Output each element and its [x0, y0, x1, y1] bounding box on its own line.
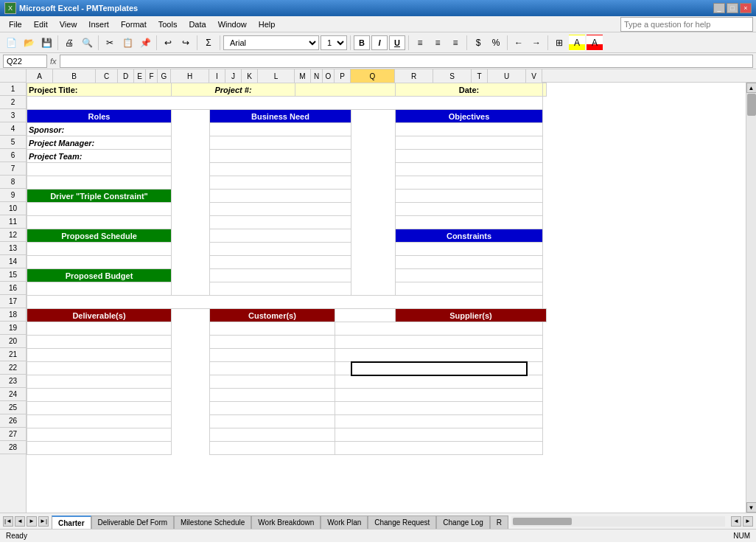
font-color-button[interactable]: A — [587, 35, 603, 51]
row-header-22[interactable]: 22 — [0, 361, 26, 375]
col-header-V[interactable]: V — [526, 69, 542, 83]
tab-milestone-schedule[interactable]: Milestone Schedule — [174, 516, 251, 529]
col-header-D[interactable]: D — [118, 69, 134, 83]
menu-file[interactable]: File — [3, 18, 28, 30]
menu-window[interactable]: Window — [212, 18, 253, 30]
suppliers-row19[interactable] — [335, 322, 543, 336]
font-size-select[interactable]: 10 — [321, 35, 347, 50]
row17-empty[interactable] — [27, 296, 543, 309]
triple-row10[interactable] — [27, 203, 172, 216]
row-header-17[interactable]: 17 — [0, 295, 26, 308]
customers-row23[interactable] — [210, 375, 335, 389]
col-header-O[interactable]: O — [323, 69, 335, 83]
business-need-row7[interactable] — [210, 163, 351, 176]
customers-row27[interactable] — [210, 428, 335, 442]
triple-constraint-header[interactable]: Driver "Triple Constraint" — [27, 190, 172, 203]
menu-help[interactable]: Help — [253, 18, 281, 30]
menu-edit[interactable]: Edit — [28, 18, 54, 30]
objectives-row4[interactable] — [396, 123, 543, 136]
row-header-26[interactable]: 26 — [0, 414, 26, 428]
row-header-28[interactable]: 28 — [0, 441, 26, 454]
menu-insert[interactable]: Insert — [83, 18, 115, 30]
tab-change-log[interactable]: Change Log — [436, 516, 490, 529]
business-need-header[interactable]: Business Need — [210, 110, 351, 123]
restore-button[interactable]: □ — [727, 3, 738, 13]
q22-cell-before[interactable] — [335, 362, 351, 375]
tab-work-plan[interactable]: Work Plan — [321, 516, 368, 529]
tab-nav-controls[interactable]: |◄ ◄ ► ►| — [0, 513, 52, 529]
constraints-row16[interactable] — [396, 282, 543, 296]
proposed-schedule-header[interactable]: Proposed Schedule — [27, 229, 172, 243]
constraints-header[interactable]: Constraints — [396, 229, 543, 243]
customers-row24[interactable] — [210, 389, 335, 402]
row-header-21[interactable]: 21 — [0, 348, 26, 361]
row-header-27[interactable]: 27 — [0, 428, 26, 441]
horizontal-scrollbar[interactable] — [511, 516, 725, 527]
project-manager-label[interactable]: Project Manager: — [27, 136, 172, 150]
objectives-header[interactable]: Objectives — [396, 110, 543, 123]
project-number-label[interactable]: Project #: — [172, 83, 295, 97]
row-header-14[interactable]: 14 — [0, 255, 26, 268]
bold-button[interactable]: B — [354, 35, 370, 50]
row-header-9[interactable]: 9 — [0, 189, 26, 202]
proposed-budget-header[interactable]: Proposed Budget — [27, 269, 172, 282]
row-header-15[interactable]: 15 — [0, 268, 26, 282]
deliverables-row22[interactable] — [27, 362, 172, 375]
hscroll-right-button[interactable]: ► — [743, 516, 753, 527]
row-header-5[interactable]: 5 — [0, 136, 26, 149]
indent-increase-button[interactable]: → — [528, 35, 545, 51]
suppliers-row20[interactable] — [335, 336, 543, 349]
row-header-16[interactable]: 16 — [0, 282, 26, 295]
fill-color-button[interactable]: A — [569, 35, 585, 51]
window-controls[interactable]: _ □ × — [713, 3, 752, 13]
col-header-T[interactable]: T — [472, 69, 488, 83]
roles-header[interactable]: Roles — [27, 110, 172, 123]
tab-last-button[interactable]: ►| — [38, 516, 49, 527]
col-header-F[interactable]: F — [146, 69, 158, 83]
row-header-10[interactable]: 10 — [0, 202, 26, 215]
deliverables-row25[interactable] — [27, 402, 172, 415]
q22-selected-cell[interactable] — [351, 362, 527, 375]
underline-button[interactable]: U — [389, 35, 405, 50]
sponsor-label[interactable]: Sponsor: — [27, 123, 172, 136]
tab-next-button[interactable]: ► — [27, 516, 37, 527]
suppliers-header[interactable]: Supplier(s) — [396, 309, 547, 322]
currency-button[interactable]: $ — [470, 35, 486, 51]
copy-button[interactable]: 📋 — [119, 35, 136, 51]
undo-button[interactable]: ↩ — [160, 35, 176, 51]
business-need-row8[interactable] — [210, 176, 351, 190]
hscroll-left-button[interactable]: ◄ — [731, 516, 741, 527]
formula-input[interactable] — [60, 55, 753, 68]
objectives-row5[interactable] — [396, 136, 543, 150]
row-header-12[interactable]: 12 — [0, 229, 26, 242]
col-header-J[interactable]: J — [225, 69, 242, 83]
align-left-button[interactable]: ≡ — [412, 35, 428, 51]
tab-r[interactable]: R — [490, 516, 508, 529]
customers-row26[interactable] — [210, 415, 335, 428]
paste-button[interactable]: 📌 — [137, 35, 153, 51]
schedule-row13[interactable] — [27, 243, 172, 256]
row-header-2[interactable]: 2 — [0, 96, 26, 109]
col-header-A[interactable]: A — [27, 69, 53, 83]
suppliers-row24[interactable] — [335, 389, 543, 402]
col-header-C[interactable]: C — [96, 69, 118, 83]
customers-row21[interactable] — [210, 349, 335, 362]
sum-button[interactable]: Σ — [200, 35, 217, 51]
customers-row22[interactable] — [210, 362, 335, 375]
col-header-U[interactable]: U — [488, 69, 526, 83]
customers-row20[interactable] — [210, 336, 335, 349]
deliverables-row19[interactable] — [27, 322, 172, 336]
col-header-R[interactable]: R — [395, 69, 433, 83]
row-header-20[interactable]: 20 — [0, 335, 26, 348]
save-button[interactable]: 💾 — [38, 35, 55, 51]
business-need-row14[interactable] — [210, 256, 351, 269]
project-title-label[interactable]: Project Title: — [27, 83, 172, 97]
deliverables-row26[interactable] — [27, 415, 172, 428]
suppliers-row23[interactable] — [335, 375, 543, 389]
suppliers-row25[interactable] — [335, 402, 543, 415]
font-name-select[interactable]: Arial — [223, 35, 319, 50]
deliverables-header[interactable]: Deliverable(s) — [27, 309, 172, 322]
align-center-button[interactable]: ≡ — [430, 35, 446, 51]
business-need-row4[interactable] — [210, 123, 351, 136]
preview-button[interactable]: 🔍 — [79, 35, 95, 51]
